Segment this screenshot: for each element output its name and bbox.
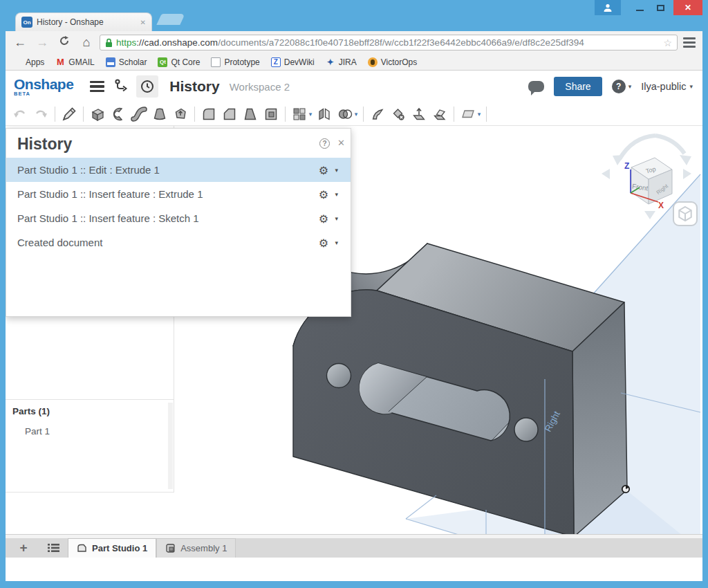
chrome-menu-icon[interactable] (682, 37, 697, 48)
profile-button[interactable] (595, 0, 621, 15)
onshape-app: Onshape BETA History Workspace 2 (6, 71, 702, 581)
move-face-button[interactable] (409, 104, 429, 124)
bookmark-gmail[interactable]: MGMAIL (55, 57, 94, 67)
maximize-icon (657, 5, 664, 11)
hole-right (514, 418, 538, 441)
secure-lock-icon (105, 38, 113, 48)
bookmark-jira[interactable]: ✦JIRA (326, 57, 357, 67)
gear-icon[interactable]: ⚙ (319, 187, 328, 201)
clock-icon (140, 80, 154, 93)
mirror-button[interactable] (314, 104, 335, 124)
chevron-down-icon[interactable]: ▾ (335, 191, 338, 198)
history-help-icon[interactable]: ? (319, 138, 330, 149)
modify-fillet-button[interactable] (367, 104, 388, 124)
tab-assembly-1[interactable]: Assembly 1 (156, 538, 236, 558)
tab-title: History - Onshape (37, 17, 136, 27)
revolve-button[interactable] (108, 104, 129, 124)
document-menu-icon[interactable] (90, 81, 104, 93)
minimize-icon (636, 10, 644, 11)
url-text: https://cad.onshape.com/documents/a72208… (116, 37, 660, 48)
history-close-icon[interactable]: ✕ (337, 138, 345, 148)
chevron-down-icon[interactable]: ▾ (335, 167, 338, 174)
bookmark-star-icon[interactable]: ☆ (663, 37, 672, 48)
chamfer-button[interactable] (219, 104, 240, 124)
window-controls: ✕ (595, 0, 702, 15)
tab-part-studio-1[interactable]: Part Studio 1 (68, 538, 156, 558)
app-header: Onshape BETA History Workspace 2 (6, 71, 702, 102)
gear-icon[interactable]: ⚙ (319, 236, 328, 249)
sketch-button[interactable] (59, 104, 80, 124)
onshape-logo[interactable]: Onshape BETA (14, 77, 73, 97)
parts-scrollbar[interactable] (168, 403, 173, 489)
part-list-item[interactable]: Part 1 (25, 426, 167, 437)
part-studio-icon (77, 543, 87, 553)
delete-face-button[interactable] (388, 104, 409, 124)
browser-tab[interactable]: On History - Onshape ✕ (15, 12, 152, 31)
bookmark-apps[interactable]: Apps (12, 57, 44, 67)
bookmark-devwiki[interactable]: ZDevWiki (271, 57, 315, 67)
user-name: Ilya-public (641, 81, 686, 92)
url-host: cad.onshape.com (145, 37, 218, 48)
isometric-view-button[interactable] (673, 202, 697, 226)
tab-list-button[interactable] (39, 538, 68, 558)
versions-branch-icon[interactable] (114, 77, 129, 95)
reload-button[interactable] (55, 35, 73, 50)
redo-button[interactable] (30, 104, 51, 124)
back-button[interactable]: ← (11, 35, 29, 50)
history-row[interactable]: Part Studio 1 :: Edit : Extrude 1 ⚙ ▾ (6, 158, 351, 182)
graphics-area: Right Top (6, 126, 702, 558)
user-menu[interactable]: Ilya-public ▾ (641, 81, 693, 92)
minimize-button[interactable] (629, 0, 650, 15)
rotate-arrow-left-icon (613, 155, 624, 165)
pattern-dropdown-icon[interactable]: ▾ (307, 111, 314, 118)
bookmark-qtcore[interactable]: QtQt Core (158, 57, 200, 67)
fillet-button[interactable] (198, 104, 219, 124)
add-tab-button[interactable]: + (8, 538, 39, 558)
history-row[interactable]: Part Studio 1 :: Insert feature : Sketch… (6, 206, 351, 230)
history-row[interactable]: Part Studio 1 :: Insert feature : Extrud… (6, 182, 351, 206)
history-row[interactable]: Created document ⚙ ▾ (6, 230, 351, 255)
maximize-button[interactable] (650, 0, 671, 15)
sweep-button[interactable] (129, 104, 149, 124)
origin-marker[interactable] (622, 486, 629, 493)
address-bar[interactable]: https://cad.onshape.com/documents/a72208… (100, 35, 678, 50)
gear-icon[interactable]: ⚙ (319, 212, 328, 225)
chevron-down-icon[interactable]: ▾ (335, 215, 338, 222)
cad-toolbar: ▾ ▾ ▾ (6, 102, 702, 126)
draft-button[interactable] (240, 104, 261, 124)
bookmark-scholar[interactable]: Scholar (106, 57, 147, 67)
help-icon: ? (612, 80, 626, 93)
plane-dropdown-icon[interactable]: ▾ (476, 111, 483, 118)
share-button[interactable]: Share (554, 77, 602, 96)
parts-section: Parts (1) Part 1 (6, 399, 174, 443)
qt-icon: Qt (158, 57, 167, 67)
workspace-name: Workspace 2 (230, 81, 290, 93)
scholar-icon (106, 57, 115, 67)
tab-close-icon[interactable]: ✕ (140, 19, 146, 26)
thicken-button[interactable] (170, 104, 191, 124)
new-tab-button[interactable] (156, 14, 185, 25)
chevron-down-icon[interactable]: ▾ (335, 239, 338, 246)
boolean-dropdown-icon[interactable]: ▾ (353, 111, 360, 118)
close-button[interactable]: ✕ (673, 0, 702, 15)
victorops-icon (368, 57, 378, 67)
forward-button[interactable]: → (33, 35, 51, 50)
bookmark-victorops[interactable]: VictorOps (368, 57, 417, 67)
assembly-icon (165, 543, 176, 553)
bookmark-prototype[interactable]: Prototype (211, 57, 259, 67)
comments-icon[interactable] (528, 81, 544, 92)
onshape-favicon: On (21, 17, 32, 28)
history-clock-button[interactable] (136, 75, 158, 98)
home-button[interactable]: ⌂ (77, 35, 95, 50)
gear-icon[interactable]: ⚙ (319, 163, 328, 176)
loft-button[interactable] (149, 104, 170, 124)
help-menu[interactable]: ? ▾ (612, 80, 632, 93)
devwiki-icon: Z (271, 57, 281, 67)
parts-header: Parts (1) (12, 406, 167, 416)
apps-grid-icon (12, 57, 22, 67)
undo-button[interactable] (10, 104, 30, 124)
replace-face-button[interactable] (429, 104, 450, 124)
shell-button[interactable] (261, 104, 281, 124)
rotate-arrow-right-icon (680, 155, 691, 165)
extrude-button[interactable] (87, 104, 108, 124)
